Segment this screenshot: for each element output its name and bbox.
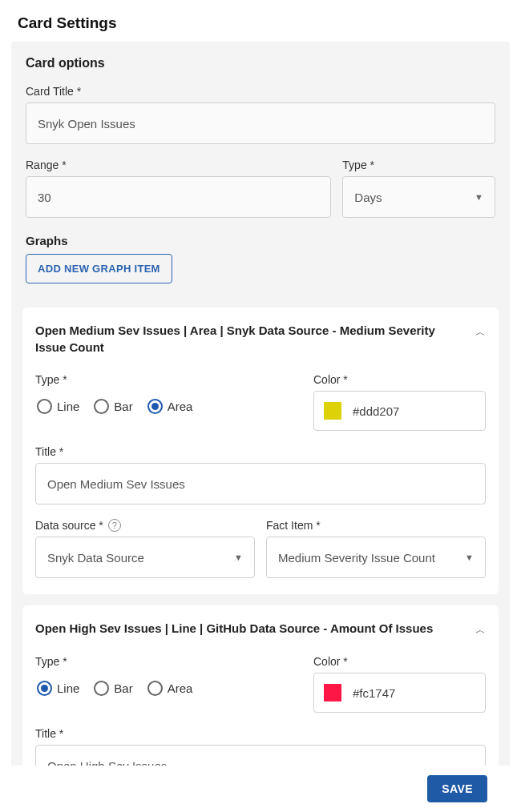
color-swatch (324, 402, 341, 420)
chevron-down-icon: ▼ (475, 192, 483, 202)
card-options-heading: Card options (26, 56, 495, 70)
color-label: Color * (313, 373, 486, 386)
footer: SAVE (0, 766, 521, 812)
page-title: Card Settings (0, 0, 521, 43)
datasource-label: Data source * ? (35, 519, 255, 532)
radio-icon (147, 681, 163, 696)
graph-title-label: Title * (35, 445, 486, 458)
radio-icon (94, 399, 109, 414)
color-input[interactable]: #fc1747 (313, 673, 486, 713)
color-label: Color * (313, 655, 486, 668)
factitem-value: Medium Severity Issue Count (278, 551, 435, 565)
collapse-icon[interactable]: ︿ (475, 623, 486, 637)
radio-bar-label: Bar (114, 400, 132, 413)
graph-item-header: Open Medium Sev Issues | Area | Snyk Dat… (35, 322, 467, 356)
range-type-select[interactable]: Days ▼ (342, 176, 495, 218)
graph-title-value: Open Medium Sev Issues (47, 477, 185, 491)
radio-line[interactable]: Line (37, 399, 79, 414)
card-title-label: Card Title * (26, 85, 495, 98)
color-swatch (324, 684, 341, 701)
type-label: Type * (342, 159, 495, 171)
range-input[interactable]: 30 (26, 176, 331, 218)
range-label: Range * (26, 159, 331, 171)
datasource-value: Snyk Data Source (47, 551, 144, 565)
radio-icon (94, 681, 109, 696)
graph-title-label: Title * (35, 727, 486, 740)
type-radio-group: Line Bar Area (35, 673, 294, 696)
graph-type-label: Type * (35, 373, 294, 386)
chevron-down-icon: ▼ (234, 553, 243, 562)
color-value: #fc1747 (353, 686, 395, 700)
add-graph-item-button[interactable]: ADD NEW GRAPH ITEM (26, 254, 172, 283)
radio-area-label: Area (168, 400, 193, 413)
radio-area[interactable]: Area (147, 681, 193, 696)
radio-area[interactable]: Area (147, 399, 193, 414)
radio-line[interactable]: Line (37, 681, 79, 696)
graph-item-panel: Open High Sev Issues | Line | GitHub Dat… (22, 605, 499, 766)
graph-title-value: Open High Sev Issues (47, 759, 167, 766)
radio-bar[interactable]: Bar (94, 399, 132, 414)
range-value: 30 (38, 191, 51, 204)
graph-title-input[interactable]: Open High Sev Issues (35, 745, 486, 766)
card-title-input[interactable]: Snyk Open Issues (26, 103, 495, 144)
graph-item-header: Open High Sev Issues | Line | GitHub Dat… (35, 620, 467, 637)
scroll-area[interactable]: Card options Card Title * Snyk Open Issu… (11, 42, 510, 766)
graph-type-label: Type * (35, 655, 294, 668)
color-value: #ddd207 (353, 404, 399, 418)
graph-item-panel: Open Medium Sev Issues | Area | Snyk Dat… (22, 308, 499, 594)
save-button[interactable]: SAVE (427, 775, 487, 802)
type-radio-group: Line Bar Area (35, 391, 294, 414)
range-type-value: Days (354, 191, 382, 204)
radio-icon-checked (147, 399, 163, 414)
chevron-down-icon: ▼ (465, 553, 474, 562)
graphs-label: Graphs (26, 234, 495, 247)
factitem-label: Fact Item * (266, 519, 486, 532)
factitem-select[interactable]: Medium Severity Issue Count ▼ (266, 537, 486, 578)
card-title-value: Snyk Open Issues (38, 117, 135, 131)
radio-bar[interactable]: Bar (94, 681, 132, 696)
color-input[interactable]: #ddd207 (313, 391, 486, 431)
radio-line-label: Line (57, 681, 79, 695)
datasource-select[interactable]: Snyk Data Source ▼ (35, 537, 255, 578)
radio-bar-label: Bar (114, 681, 132, 695)
radio-line-label: Line (57, 400, 79, 413)
graph-title-input[interactable]: Open Medium Sev Issues (35, 463, 486, 504)
radio-icon-checked (37, 681, 52, 696)
help-icon[interactable]: ? (108, 519, 121, 532)
radio-area-label: Area (168, 681, 193, 695)
radio-icon (37, 399, 52, 414)
collapse-icon[interactable]: ︿ (475, 325, 486, 340)
